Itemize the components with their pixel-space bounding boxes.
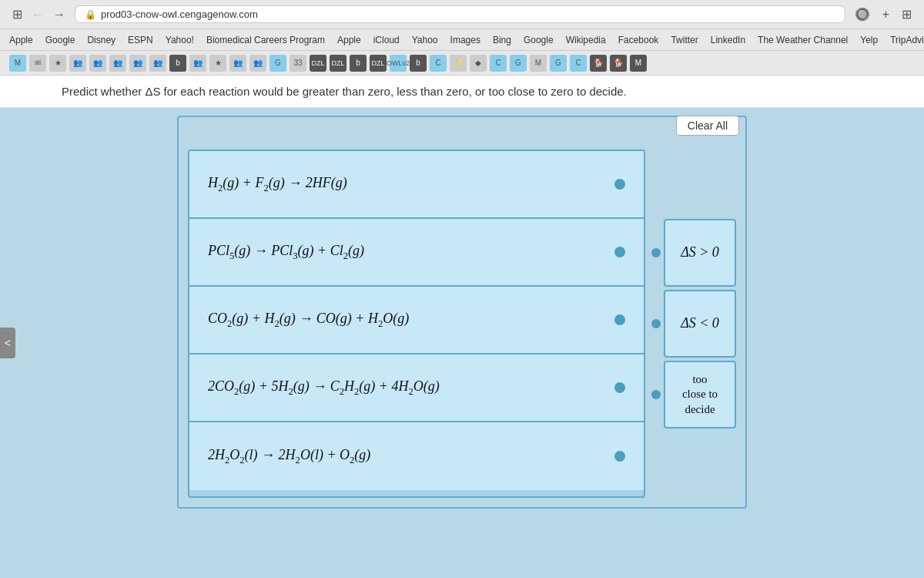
bookmark-weather[interactable]: The Weather Channel <box>758 35 848 45</box>
bookmark-icloud[interactable]: iCloud <box>373 35 400 45</box>
icon-wolf2[interactable]: 🐕 <box>610 55 627 72</box>
back-button[interactable]: ← <box>28 6 47 23</box>
address-bar[interactable]: 🔒 prod03-cnow-owl.cengagenow.com <box>75 5 845 23</box>
icon-c2[interactable]: C <box>490 55 507 72</box>
bookmark-apple2[interactable]: Apple <box>337 35 361 45</box>
answer-wrapper-2: ΔS > 0 <box>651 219 736 287</box>
icon-star2[interactable]: ★ <box>209 55 226 72</box>
icon-circle[interactable]: ◆ <box>470 55 487 72</box>
content-area: Clear All H2(g) + F2(g) → 2HF(g) PCl5(g)… <box>177 116 747 509</box>
icon-8[interactable]: 👥 <box>149 55 166 72</box>
bookmark-twitter[interactable]: Twitter <box>671 35 698 45</box>
bookmark-apple[interactable]: Apple <box>9 35 33 45</box>
page-header: Predict whether ΔS for each reaction wou… <box>0 76 924 108</box>
drag-handle-5[interactable] <box>614 451 625 462</box>
icon-wolf1[interactable]: 🐕 <box>590 55 607 72</box>
bookmark-yelp[interactable]: Yelp <box>860 35 878 45</box>
reaction-text-5: 2H2O2(l) → 2H2O(l) + O2(g) <box>208 447 370 466</box>
bookmark-facebook[interactable]: Facebook <box>618 35 659 45</box>
bookmark-biomedical[interactable]: Biomedical Careers Program <box>206 35 325 45</box>
share-button[interactable]: 🔘 <box>852 5 873 23</box>
url-text: prod03-cnow-owl.cengagenow.com <box>101 8 258 20</box>
icon-m[interactable]: M <box>530 55 547 72</box>
reaction-text-3: CO2(g) + H2(g) → CO(g) + H2O(g) <box>208 311 409 330</box>
reaction-card-3[interactable]: CO2(g) + H2(g) → CO(g) + H2O(g) <box>189 287 644 355</box>
reaction-text-4: 2CO2(g) + 5H2(g) → C2H2(g) + 4H2O(g) <box>208 378 440 398</box>
bookmark-disney[interactable]: Disney <box>87 35 116 45</box>
toolbar-icons: M ✉ ★ 👥 👥 👥 👥 👥 b 👥 ★ 👥 👥 G 33 DZL DZL b… <box>0 51 924 76</box>
bookmark-espn[interactable]: ESPN <box>128 35 153 45</box>
drag-handle-1[interactable] <box>614 179 625 190</box>
icon-5[interactable]: 👥 <box>89 55 106 72</box>
icon-g3[interactable]: G <box>550 55 567 72</box>
page-instruction-text: Predict whether ΔS for each reaction wou… <box>62 85 627 98</box>
icon-g2[interactable]: G <box>510 55 527 72</box>
chevron-left-icon: < <box>5 337 11 349</box>
answer-box-2[interactable]: ΔS > 0 <box>664 219 736 287</box>
bookmark-yahoo[interactable]: Yahoo! <box>166 35 194 45</box>
icon-m2[interactable]: M <box>630 55 647 72</box>
icon-owlv2[interactable]: OWLv2 <box>390 55 407 72</box>
forward-button[interactable]: → <box>50 6 69 23</box>
answer-box-3[interactable]: ΔS < 0 <box>664 290 736 358</box>
icon-2[interactable]: ✉ <box>29 55 46 72</box>
grid-button[interactable]: ⊞ <box>899 5 915 23</box>
reaction-card-2[interactable]: PCl5(g) → PCl3(g) + Cl2(g) <box>189 219 644 287</box>
answer-box-4[interactable]: tooclose todecide <box>664 361 736 428</box>
answer-text-2: ΔS > 0 <box>681 244 719 261</box>
answer-dot-3 <box>651 319 661 328</box>
answers-column: ΔS > 0 ΔS < 0 tooclose todecide <box>651 150 736 498</box>
drag-area: H2(g) + F2(g) → 2HF(g) PCl5(g) → PCl3(g)… <box>188 150 736 498</box>
icon-11[interactable]: 👥 <box>249 55 266 72</box>
icon-3[interactable]: ★ <box>49 55 66 72</box>
drag-handle-2[interactable] <box>614 247 625 257</box>
reaction-card-4[interactable]: 2CO2(g) + 5H2(g) → C2H2(g) + 4H2O(g) <box>189 355 644 422</box>
drag-handle-4[interactable] <box>614 382 625 393</box>
answer-spacer-1 <box>651 150 736 217</box>
icon-dl2[interactable]: DZL <box>330 55 346 72</box>
answer-text-4: tooclose todecide <box>682 372 718 418</box>
browser-bar: ⊞ ← → 🔒 prod03-cnow-owl.cengagenow.com 🔘… <box>0 0 924 29</box>
side-panel-toggle[interactable]: < <box>0 328 15 358</box>
icon-7[interactable]: 👥 <box>129 55 146 72</box>
icon-b1[interactable]: b <box>169 55 186 72</box>
icon-9[interactable]: 👥 <box>189 55 206 72</box>
sidebar-toggle-btn[interactable]: ⊞ <box>9 5 25 23</box>
icon-dl3[interactable]: DZL <box>370 55 387 72</box>
icon-sparks[interactable]: ✨ <box>450 55 467 72</box>
icon-g[interactable]: G <box>270 55 286 72</box>
icon-4[interactable]: 👥 <box>69 55 86 72</box>
mail-icon[interactable]: M <box>9 55 26 72</box>
bookmark-bing[interactable]: Bing <box>493 35 511 45</box>
answer-wrapper-4: tooclose todecide <box>651 361 736 428</box>
icon-c1[interactable]: C <box>430 55 447 72</box>
bookmark-yahoo2[interactable]: Yahoo <box>412 35 438 45</box>
reaction-card-1[interactable]: H2(g) + F2(g) → 2HF(g) <box>189 151 644 219</box>
drag-handle-3[interactable] <box>614 314 625 325</box>
bookmark-images[interactable]: Images <box>450 35 480 45</box>
bookmark-google[interactable]: Google <box>45 35 75 45</box>
bookmark-bar: Apple Google Disney ESPN Yahoo! Biomedic… <box>0 29 924 51</box>
icon-b2[interactable]: b <box>350 55 367 72</box>
icon-b3[interactable]: b <box>410 55 427 72</box>
icon-6[interactable]: 👥 <box>109 55 126 72</box>
nav-buttons: ⊞ ← → <box>9 5 69 23</box>
bookmark-linkedin[interactable]: LinkedIn <box>711 35 745 45</box>
icon-10[interactable]: 👥 <box>229 55 246 72</box>
add-tab-button[interactable]: + <box>879 6 892 23</box>
bookmark-tripadvisor[interactable]: TripAdvisor <box>890 35 924 45</box>
answer-text-3: ΔS < 0 <box>681 314 719 332</box>
icon-dl1[interactable]: DZL <box>310 55 326 72</box>
icon-12[interactable]: 33 <box>290 55 306 72</box>
bookmark-google2[interactable]: Google <box>524 35 554 45</box>
lock-icon: 🔒 <box>85 9 96 20</box>
reaction-card-5[interactable]: 2H2O2(l) → 2H2O(l) + O2(g) <box>189 422 644 490</box>
answer-wrapper-3: ΔS < 0 <box>651 290 736 358</box>
answer-spacer-5 <box>651 430 736 498</box>
bookmark-wikipedia[interactable]: Wikipedia <box>566 35 606 45</box>
clear-all-button[interactable]: Clear All <box>676 116 739 136</box>
reaction-text-2: PCl5(g) → PCl3(g) + Cl2(g) <box>208 243 364 262</box>
main-content: < Clear All H2(g) + F2(g) → 2HF(g) PCl5(… <box>0 108 924 578</box>
icon-c3[interactable]: C <box>570 55 587 72</box>
reactions-column: H2(g) + F2(g) → 2HF(g) PCl5(g) → PCl3(g)… <box>188 150 645 498</box>
